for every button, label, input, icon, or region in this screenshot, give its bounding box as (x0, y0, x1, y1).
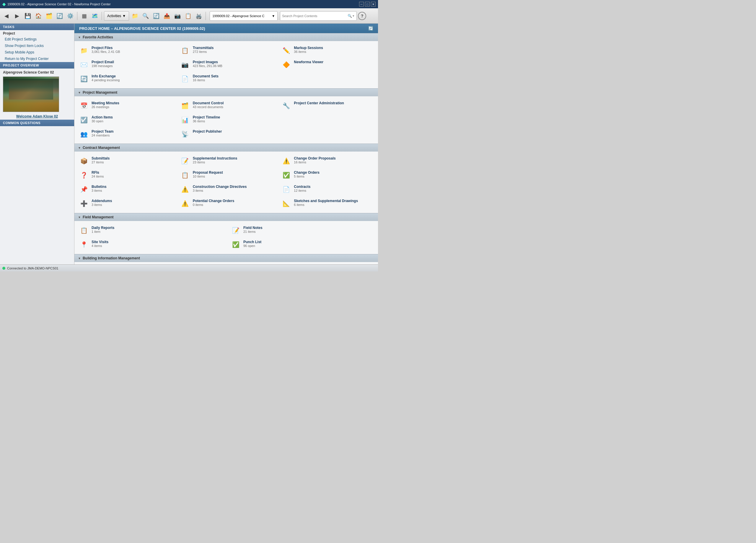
site-visits-icon: 📍 (79, 240, 89, 249)
title-bar-controls: ─ □ ✕ (359, 2, 376, 6)
project-selector-arrow-icon: ▼ (272, 14, 275, 18)
project-files-name: Project Files (92, 46, 120, 50)
projects-button[interactable]: 🗂️ (44, 11, 54, 21)
daily-reports-icon: 📋 (79, 226, 89, 235)
project-timeline-name: Project Timeline (193, 115, 220, 119)
home-button[interactable]: 🏠 (34, 11, 43, 21)
list-item[interactable]: 📄 Contracts 12 items (277, 182, 378, 196)
list-item[interactable]: 📷 Project Images 423 files, 291.06 MB (176, 58, 277, 72)
action-items-icon: ☑️ (79, 115, 89, 125)
exchange-button[interactable]: 🔄 (151, 11, 161, 21)
forward-button[interactable]: ▶ (12, 11, 22, 21)
list-item[interactable]: 📋 Daily Reports 1 item (74, 223, 226, 237)
copy-button[interactable]: 📋 (183, 11, 193, 21)
help-button[interactable]: ? (358, 12, 366, 20)
list-item[interactable]: 📁 Project Files 3,061 files, 2.41 GB (74, 43, 176, 58)
list-item[interactable]: ⚠️ Potential Change Orders 0 items (176, 196, 277, 211)
list-item[interactable]: 📐 Sketches and Supplemental Drawings 6 i… (277, 196, 378, 211)
document-sets-name: Document Sets (193, 74, 219, 78)
save-button[interactable]: 💾 (23, 11, 32, 21)
list-item[interactable]: 📋 Transmittals 272 items (176, 43, 277, 58)
list-item[interactable]: 📅 Meeting Minutes 26 meetings (74, 99, 176, 113)
welcome-text[interactable]: Welcome Adam Klose 02 (0, 113, 74, 120)
list-item[interactable]: 📋 Proposal Request 10 items (176, 168, 277, 182)
project-files-icon: 📁 (79, 46, 89, 55)
contract-management-title: Contract Management (83, 146, 120, 150)
search-dropdown-icon[interactable]: ▼ (352, 14, 355, 17)
activities-dropdown[interactable]: Activities ▼ (104, 11, 129, 21)
list-item[interactable]: 🔶 Newforma Viewer (277, 58, 378, 72)
list-item[interactable]: ☑️ Action Items 30 open (74, 113, 176, 127)
print-button[interactable]: 🖨️ (194, 11, 203, 21)
bulletins-sub: 3 items (92, 189, 107, 192)
document-sets-sub: 16 items (193, 78, 219, 82)
change-orders-name: Change Orders (294, 170, 320, 174)
list-item[interactable]: 🔄 Info Exchange 4 pending incoming (74, 72, 176, 86)
project-team-sub: 24 members (92, 133, 113, 137)
title-bar: ◆ 1999009.02 - Alpengrove Science Center… (0, 0, 378, 8)
minimize-button[interactable]: ─ (359, 2, 364, 6)
markup-sessions-icon: ✏️ (281, 46, 291, 55)
transmittals-name: Transmittals (193, 46, 214, 50)
project-center-admin-icon: 🔧 (281, 101, 291, 110)
refresh-icon[interactable]: 🔄 (368, 26, 373, 31)
potential-change-orders-icon: ⚠️ (180, 199, 190, 208)
empty-cell-3 (277, 127, 378, 141)
daily-reports-sub: 1 item (92, 230, 114, 233)
search-box[interactable]: 🔍 ▼ (280, 11, 357, 21)
project-selector[interactable]: 1999009.02 - Alpengrove Science C ▼ (210, 11, 278, 21)
list-item[interactable]: 🗂️ Document Control 43 record documents (176, 99, 277, 113)
list-item[interactable]: 📌 Bulletins 3 items (74, 182, 176, 196)
list-item[interactable]: 👥 Project Team 24 members (74, 127, 176, 141)
search-input[interactable] (282, 14, 348, 18)
project-files-sub: 3,061 files, 2.41 GB (92, 50, 120, 53)
proposal-request-icon: 📋 (180, 170, 190, 180)
bim-grid: 🏗️ Model Views 0 items 🔒 Building Models… (74, 262, 378, 264)
search-icon[interactable]: 🔍 (348, 14, 352, 18)
sidebar-item-return[interactable]: Return to My Project Center (0, 56, 74, 62)
title-bar-left: ◆ 1999009.02 - Alpengrove Science Center… (2, 2, 111, 6)
common-questions-title: COMMON QUESTIONS (0, 120, 74, 126)
project-management-header: ▼ Project Management (74, 88, 378, 96)
sidebar-item-edit-project[interactable]: Edit Project Settings (0, 36, 74, 43)
refresh-button[interactable]: 🔄 (55, 11, 64, 21)
list-item[interactable]: ❓ RFIs 24 items (74, 168, 176, 182)
list-item[interactable]: 🔧 Project Center Administration (277, 99, 378, 113)
project-publisher-name: Project Publisher (193, 129, 222, 133)
settings-button[interactable]: ⚙️ (66, 11, 75, 21)
transmit-button[interactable]: 📤 (162, 11, 172, 21)
list-item[interactable]: 📄 Document Sets 16 items (176, 72, 277, 86)
list-item[interactable]: 📊 Project Timeline 36 items (176, 113, 277, 127)
list-item[interactable]: ➕ Addendums 3 items (74, 196, 176, 211)
bulletins-icon: 📌 (79, 185, 89, 194)
back-button[interactable]: ◀ (2, 11, 11, 21)
list-item[interactable]: 📦 Submittals 27 items (74, 154, 176, 168)
potential-change-orders-name: Potential Change Orders (193, 199, 234, 203)
list-item[interactable]: ⚠️ Construction Change Directives 3 item… (176, 182, 277, 196)
list-item[interactable]: 📡 Project Publisher (176, 127, 277, 141)
list-item[interactable]: ✅ Punch List 96 open (226, 237, 378, 252)
sidebar-item-show-locks[interactable]: Show Project Item Locks (0, 43, 74, 49)
list-item[interactable]: 📝 Field Notes 21 items (226, 223, 378, 237)
list-item[interactable]: 📝 Supplemental Instructions 23 items (176, 154, 277, 168)
project-overview-title: PROJECT OVERVIEW (0, 62, 74, 68)
grid-button[interactable]: ▦ (79, 11, 89, 21)
close-button[interactable]: ✕ (371, 2, 376, 6)
list-item[interactable]: ✅ Change Orders 5 items (277, 168, 378, 182)
folder-button[interactable]: 📁 (130, 11, 140, 21)
favorite-activities-header: ▼ Favorite Activities (74, 33, 378, 41)
meeting-minutes-name: Meeting Minutes (92, 101, 119, 105)
maximize-button[interactable]: □ (365, 2, 370, 6)
map-button[interactable]: 🗺️ (90, 11, 100, 21)
list-item[interactable]: ⚠️ Change Order Proposals 16 items (277, 154, 378, 168)
info-exchange-name: Info Exchange (92, 74, 120, 78)
list-item[interactable]: ✏️ Markup Sessions 36 items (277, 43, 378, 58)
info-exchange-icon: 🔄 (79, 74, 89, 84)
sidebar-item-setup-mobile[interactable]: Setup Mobile Apps (0, 49, 74, 56)
list-item[interactable]: ✉️ Project Email 198 messages (74, 58, 176, 72)
content-area: PROJECT HOME – ALPENGROVE SCIENCE CENTER… (74, 24, 378, 264)
search-globe-button[interactable]: 🔍 (141, 11, 150, 21)
camera-button[interactable]: 📷 (173, 11, 182, 21)
bim-header: ▼ Building Information Management (74, 254, 378, 262)
list-item[interactable]: 📍 Site Visits 4 items (74, 237, 226, 252)
